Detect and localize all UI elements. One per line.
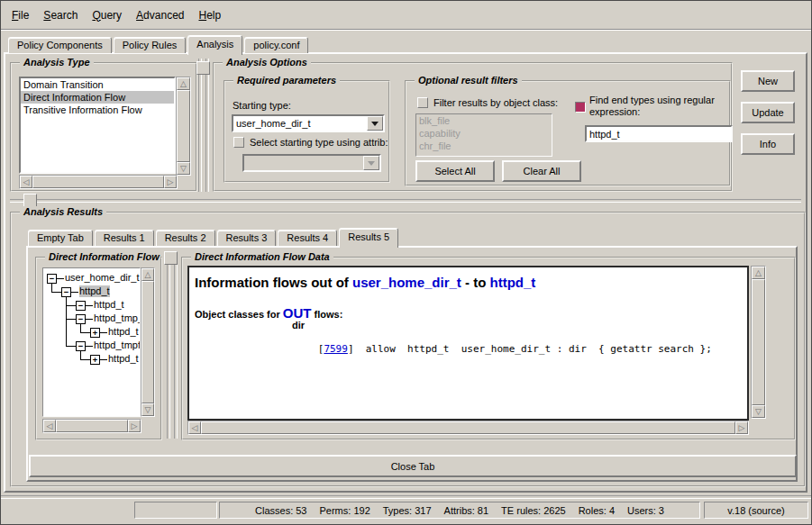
- dropdown-button: [363, 156, 379, 170]
- tab-empty[interactable]: Empty Tab: [28, 230, 93, 246]
- menu-advanced[interactable]: Advanced: [136, 9, 184, 22]
- tab-results-2[interactable]: Results 2: [156, 230, 215, 246]
- list-item[interactable]: Transitive Information Flow: [21, 104, 174, 116]
- tree-expander[interactable]: −: [76, 301, 86, 311]
- list-item: blk_file: [416, 114, 552, 127]
- tree-expander[interactable]: −: [76, 314, 86, 324]
- tree-expander[interactable]: +: [90, 328, 100, 338]
- stat-users: Users: 3: [627, 505, 664, 516]
- regex-input[interactable]: [585, 125, 733, 142]
- analysis-type-hscrollbar[interactable]: [19, 175, 178, 189]
- dropdown-button[interactable]: [367, 116, 383, 131]
- tree-vscrollbar[interactable]: [141, 267, 155, 417]
- object-class-checkbox-row[interactable]: Filter results by object class:: [417, 97, 558, 108]
- analysis-type-vscrollbar[interactable]: [176, 77, 191, 176]
- scrollbar-thumb[interactable]: [32, 176, 164, 188]
- flow-data-text[interactable]: Information flows out of user_home_dir_t…: [187, 266, 749, 421]
- tree-node-label[interactable]: user_home_dir_t: [65, 272, 140, 284]
- checkbox-checked-icon[interactable]: [575, 102, 586, 113]
- pane-divider[interactable]: [198, 59, 202, 192]
- checkbox-unchecked-icon[interactable]: [417, 97, 428, 108]
- scroll-up-icon[interactable]: [177, 77, 190, 90]
- tree-connector: [100, 359, 107, 360]
- menu-query[interactable]: Query: [92, 9, 122, 22]
- menu-file[interactable]: File: [12, 9, 29, 22]
- scroll-up-icon[interactable]: [141, 268, 154, 281]
- scrollbar-thumb[interactable]: [177, 90, 190, 162]
- clear-all-button[interactable]: Clear All: [502, 160, 581, 182]
- tree-connector: [100, 332, 107, 333]
- tree-node-label[interactable]: httpd_t: [108, 326, 139, 338]
- pane-divider[interactable]: [167, 251, 170, 439]
- tree-connector: [71, 292, 78, 293]
- scroll-left-icon[interactable]: [20, 176, 32, 188]
- tree-node-label[interactable]: httpd_tmpfs_t: [94, 339, 141, 351]
- tree-connector: [66, 305, 76, 306]
- scroll-right-icon[interactable]: [735, 421, 748, 434]
- statusbar-version-panel: v.18 (source): [704, 502, 808, 519]
- analysis-options-label: Analysis Options: [223, 57, 311, 68]
- tab-policy-components[interactable]: Policy Components: [8, 37, 112, 53]
- optional-filters-label: Optional result filters: [415, 75, 522, 86]
- stat-perms: Perms: 192: [320, 505, 370, 516]
- tree-node-label[interactable]: httpd_t: [94, 299, 124, 311]
- rule-id-link[interactable]: 7599: [324, 343, 348, 355]
- info-button[interactable]: Info: [741, 133, 795, 155]
- update-button[interactable]: Update: [741, 102, 795, 123]
- attrib-checkbox-row[interactable]: Select starting type using attrib:: [233, 137, 388, 148]
- scrollbar-thumb[interactable]: [752, 279, 765, 405]
- scrollbar-thumb[interactable]: [201, 421, 735, 434]
- new-button[interactable]: New: [741, 70, 795, 92]
- scrollbar-thumb[interactable]: [56, 420, 128, 432]
- close-tab-button[interactable]: Close Tab: [29, 455, 797, 477]
- tree-expander[interactable]: −: [76, 341, 86, 351]
- scroll-down-icon[interactable]: [177, 162, 190, 175]
- list-item[interactable]: Direct Information Flow: [21, 91, 174, 104]
- tab-results-3[interactable]: Results 3: [217, 230, 277, 246]
- tree-node-label[interactable]: httpd_t: [79, 285, 110, 297]
- tree-node-label[interactable]: httpd_tmp_t: [94, 312, 141, 324]
- tree-expander[interactable]: −: [61, 287, 71, 297]
- pane-divider[interactable]: [205, 59, 209, 192]
- tree-expander[interactable]: +: [90, 355, 100, 365]
- pane-divider[interactable]: [10, 199, 801, 203]
- tree-node-label[interactable]: httpd_t: [108, 353, 139, 365]
- checkbox-unchecked-icon[interactable]: [233, 137, 244, 148]
- scroll-down-icon[interactable]: [141, 403, 154, 416]
- scroll-right-icon[interactable]: [164, 176, 177, 188]
- pane-divider-handle[interactable]: [164, 251, 178, 265]
- statusbar-stats-panel: Classes: 53 Perms: 192 Types: 317 Attrib…: [219, 502, 700, 519]
- scroll-down-icon[interactable]: [752, 405, 765, 418]
- scroll-left-icon[interactable]: [188, 421, 201, 434]
- pane-divider-handle[interactable]: [196, 61, 210, 75]
- scroll-right-icon[interactable]: [128, 420, 141, 432]
- tree-connector: [80, 350, 81, 359]
- pane-divider[interactable]: [174, 251, 178, 439]
- scroll-left-icon[interactable]: [43, 420, 56, 432]
- regex-checkbox[interactable]: [575, 102, 586, 113]
- tree-connector: [80, 323, 81, 332]
- classes-suffix: flows:: [312, 309, 343, 320]
- tree-expander[interactable]: −: [47, 274, 57, 284]
- tab-policy-conf[interactable]: policy.conf: [244, 37, 308, 53]
- data-vscrollbar[interactable]: [751, 266, 766, 419]
- tab-results-4[interactable]: Results 4: [278, 230, 337, 246]
- scroll-up-icon[interactable]: [752, 267, 765, 279]
- data-hscrollbar[interactable]: [187, 421, 749, 435]
- tab-policy-rules[interactable]: Policy Rules: [114, 37, 187, 53]
- tab-results-5[interactable]: Results 5: [339, 228, 398, 248]
- list-item[interactable]: Domain Transition: [21, 78, 174, 91]
- list-item: capability: [416, 127, 552, 140]
- app-window: File Search Query Advanced Help Policy C…: [0, 0, 812, 525]
- menu-search[interactable]: Search: [43, 9, 78, 22]
- starting-type-combobox[interactable]: user_home_dir_t: [232, 114, 385, 132]
- tree-hscrollbar[interactable]: [42, 419, 141, 433]
- tab-analysis[interactable]: Analysis: [187, 35, 242, 55]
- tab-results-1[interactable]: Results 1: [95, 230, 154, 246]
- attrib-combobox-value: [244, 156, 363, 170]
- select-all-button[interactable]: Select All: [415, 160, 495, 182]
- menu-help[interactable]: Help: [198, 9, 221, 22]
- analysis-type-list: Domain Transition Direct Information Flo…: [19, 77, 176, 174]
- pane-divider-handle[interactable]: [23, 194, 37, 207]
- scrollbar-thumb[interactable]: [141, 281, 154, 403]
